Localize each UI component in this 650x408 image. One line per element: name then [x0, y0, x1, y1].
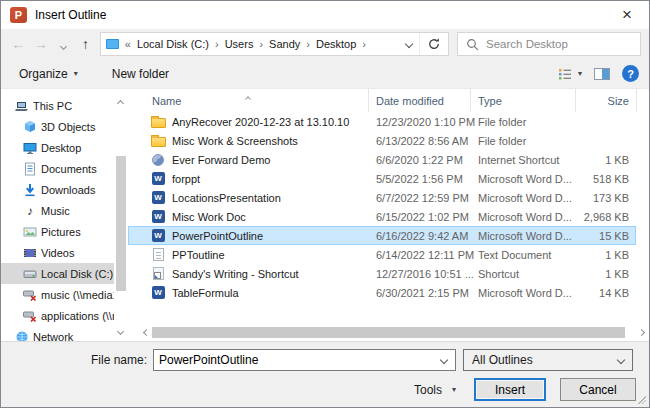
network-icon	[15, 330, 29, 342]
chevron-down-icon[interactable]	[433, 350, 455, 370]
search-box	[457, 32, 641, 56]
column-header-type[interactable]: Type	[471, 89, 576, 112]
sidebar-item-label: Desktop	[41, 142, 81, 154]
film-icon	[23, 246, 37, 260]
scroll-down-icon[interactable]	[118, 323, 123, 337]
column-label: Type	[478, 95, 502, 107]
file-name-label: File name:	[1, 353, 153, 367]
picture-icon	[23, 225, 37, 239]
file-name-input[interactable]	[154, 353, 433, 367]
file-row-forppt[interactable]: forppt 5/5/2022 1:56 PM Microsoft Word D…	[128, 169, 636, 188]
breadcrumb-overflow[interactable]: «	[124, 38, 132, 50]
sidebar-item-label: Network	[33, 331, 73, 342]
file-name: AnyRecover 2020-12-23 at 13.10.10	[172, 116, 349, 128]
sidebar-item-3d-objects[interactable]: 3D Objects	[1, 116, 114, 137]
preview-pane-icon	[594, 68, 610, 80]
sidebar-item-documents[interactable]: Documents	[1, 158, 114, 179]
sidebar-item-local-disk-c[interactable]: Local Disk (C:)	[1, 263, 114, 284]
organize-button[interactable]: Organize ▾	[19, 67, 78, 81]
insert-button[interactable]: Insert	[474, 378, 546, 401]
resize-grip[interactable]	[637, 395, 646, 404]
back-arrow-icon[interactable]: ←	[7, 37, 29, 51]
file-type-dropdown[interactable]: All Outlines	[463, 349, 633, 371]
main-area: This PC 3D Objects Desktop Documents Dow…	[1, 89, 649, 341]
chevron-down-icon	[610, 350, 632, 370]
chevron-down-icon: ▾	[74, 69, 78, 78]
search-input[interactable]	[486, 38, 640, 50]
file-name-combobox	[153, 349, 456, 371]
column-label: Date modified	[376, 95, 444, 107]
sidebar-item-music-network-drive[interactable]: music (\\media1	[1, 284, 114, 305]
download-arrow-icon	[23, 183, 37, 197]
new-folder-button[interactable]: New folder	[112, 67, 169, 81]
list-view-icon	[558, 68, 572, 80]
address-bar[interactable]: « Local Disk (C:) › Users › Sandy › Desk…	[100, 32, 449, 56]
word-icon	[150, 210, 166, 223]
refresh-icon[interactable]	[419, 33, 448, 55]
column-header-size[interactable]: Size	[576, 89, 637, 112]
breadcrumb-segment[interactable]: Users	[225, 38, 254, 50]
cancel-button[interactable]: Cancel	[560, 378, 636, 401]
change-view-button[interactable]: ▾	[558, 68, 582, 80]
file-row-anyrecover[interactable]: AnyRecover 2020-12-23 at 13.10.10 12/23/…	[128, 112, 636, 131]
dialog-title: Insert Outline	[35, 8, 106, 22]
music-note-icon: ♪	[23, 204, 37, 218]
file-row-misc-work-doc[interactable]: Misc Work Doc 6/15/2022 1:02 PM Microsof…	[128, 207, 636, 226]
hard-drive-icon	[23, 267, 37, 281]
file-row-ever-forward-demo[interactable]: Ever Forward Demo 6/6/2020 1:22 PM Inter…	[128, 150, 636, 169]
sidebar-item-pictures[interactable]: Pictures	[1, 221, 114, 242]
recent-locations-chevron-icon[interactable]	[52, 37, 74, 51]
file-row-powerpointoutline[interactable]: PowerPointOutline 6/16/2022 9:42 AM Micr…	[128, 226, 636, 245]
sidebar-item-applications-network-drive[interactable]: applications (\\n	[1, 305, 114, 326]
column-headers: Name Date modified Type Size	[128, 89, 637, 112]
horizontal-scrollbar	[140, 325, 647, 340]
up-arrow-icon[interactable]: ↑	[74, 37, 96, 51]
navigation-pane: This PC 3D Objects Desktop Documents Dow…	[1, 89, 114, 341]
sidebar-item-downloads[interactable]: Downloads	[1, 179, 114, 200]
breadcrumb-separator: ›	[214, 38, 220, 50]
file-row-pptoutline[interactable]: PPToutline 6/14/2022 12:11 PM Text Docum…	[128, 245, 636, 264]
text-file-icon	[150, 248, 166, 261]
sidebar-item-this-pc[interactable]: This PC	[1, 95, 114, 116]
file-row-locationspresentation[interactable]: LocationsPresentation 6/7/2022 12:59 PM …	[128, 188, 636, 207]
shortcut-icon	[150, 267, 166, 280]
breadcrumb-segment[interactable]: Local Disk (C:)	[137, 38, 209, 50]
help-icon[interactable]: ?	[622, 65, 639, 82]
command-toolbar: Organize ▾ New folder ▾ ?	[1, 59, 649, 89]
breadcrumb-separator: ›	[305, 38, 311, 50]
column-header-date-modified[interactable]: Date modified	[369, 89, 471, 112]
scroll-left-icon[interactable]	[140, 330, 152, 335]
cube-icon	[23, 120, 37, 134]
organize-label: Organize	[19, 67, 68, 81]
sidebar-item-music[interactable]: ♪ Music	[1, 200, 114, 221]
sidebar-item-videos[interactable]: Videos	[1, 242, 114, 263]
sidebar-item-label: Downloads	[41, 184, 95, 196]
preview-pane-button[interactable]	[594, 68, 610, 80]
file-row-sandys-writing-shortcut[interactable]: Sandy's Writing - Shortcut 12/27/2016 10…	[128, 264, 636, 283]
sidebar-item-desktop[interactable]: Desktop	[1, 137, 114, 158]
file-type-value: All Outlines	[464, 353, 610, 367]
sidebar-item-label: Pictures	[41, 226, 81, 238]
word-icon	[150, 286, 166, 299]
breadcrumb-segment[interactable]: Sandy	[269, 38, 300, 50]
breadcrumb-separator: ›	[361, 38, 367, 50]
breadcrumb-segment[interactable]: Desktop	[316, 38, 356, 50]
scroll-right-icon[interactable]	[635, 330, 647, 335]
scrollbar-thumb[interactable]	[152, 327, 625, 338]
file-row-tableformula[interactable]: TableFormula 6/30/2021 2:15 PM Microsoft…	[128, 283, 636, 302]
sidebar-item-label: 3D Objects	[41, 121, 95, 133]
close-icon[interactable]: ×	[605, 1, 649, 29]
forward-arrow-icon[interactable]: →	[29, 37, 51, 51]
scroll-up-icon[interactable]	[118, 95, 123, 109]
scrollbar-track[interactable]	[152, 327, 635, 339]
file-name: forppt	[172, 173, 200, 185]
sidebar-item-network[interactable]: Network	[1, 326, 114, 341]
sidebar-item-label: music (\\media1	[41, 289, 114, 301]
tools-button[interactable]: Tools ▾	[414, 383, 456, 397]
address-dropdown-chevron-icon[interactable]	[399, 33, 419, 55]
sidebar-item-label: applications (\\n	[41, 310, 114, 322]
folder-icon	[150, 115, 166, 128]
scrollbar-thumb[interactable]	[116, 156, 126, 291]
file-row-misc-work-screenshots[interactable]: Misc Work & Screenshots 6/13/2022 8:56 A…	[128, 131, 636, 150]
document-icon	[23, 162, 37, 176]
